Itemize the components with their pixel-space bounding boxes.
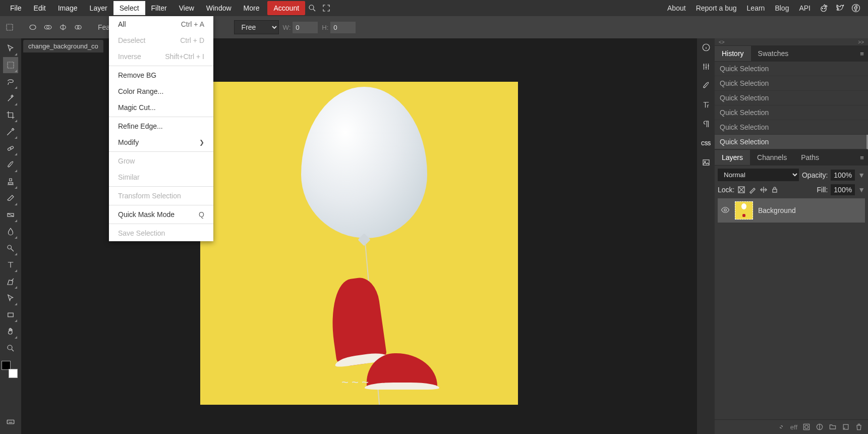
document-tab[interactable]: change_background_co — [23, 40, 103, 52]
menu-layer[interactable]: Layer — [84, 1, 113, 15]
keyboard-icon[interactable] — [3, 414, 18, 430]
history-item[interactable]: Quick Selection — [715, 135, 868, 149]
type-tool-icon[interactable] — [3, 257, 18, 273]
sel-intersect-icon[interactable] — [73, 22, 84, 33]
layer-effects-label[interactable]: eff — [790, 423, 797, 431]
dodge-tool-icon[interactable] — [3, 240, 18, 256]
panel-collapse-left-icon[interactable]: <> — [719, 39, 725, 45]
menu-item-color-range-[interactable]: Color Range... — [109, 83, 213, 99]
link-layers-icon[interactable] — [777, 423, 785, 431]
lock-all-icon[interactable] — [771, 186, 779, 194]
history-item[interactable]: Quick Selection — [715, 105, 868, 120]
blur-tool-icon[interactable] — [3, 224, 18, 240]
brush-panel-icon[interactable] — [700, 80, 712, 92]
tab-paths[interactable]: Paths — [794, 150, 826, 165]
color-swatch[interactable] — [2, 361, 20, 379]
layer-item[interactable]: Background — [718, 198, 865, 223]
delete-layer-icon[interactable] — [855, 423, 863, 431]
info-panel-icon[interactable] — [700, 41, 712, 53]
gradient-tool-icon[interactable] — [3, 207, 18, 223]
reddit-icon[interactable] — [818, 2, 830, 14]
search-icon[interactable] — [305, 1, 319, 15]
tab-layers[interactable]: Layers — [715, 150, 750, 165]
marquee-rect-icon[interactable] — [4, 22, 15, 33]
character-panel-icon[interactable] — [700, 99, 712, 111]
panel-collapse-right-icon[interactable]: >> — [858, 39, 864, 45]
h-input[interactable] — [330, 22, 356, 33]
css-panel-icon[interactable]: CSS — [700, 137, 712, 149]
marquee-tool-icon[interactable] — [3, 57, 18, 73]
fill-value[interactable]: 100% — [831, 184, 855, 195]
history-list: Quick SelectionQuick SelectionQuick Sele… — [715, 62, 868, 149]
tab-swatches[interactable]: Swatches — [751, 46, 796, 61]
tab-channels[interactable]: Channels — [750, 150, 794, 165]
lasso-tool-icon[interactable] — [3, 74, 18, 90]
blend-mode-select[interactable]: Normal — [718, 169, 799, 181]
history-item[interactable]: Quick Selection — [715, 120, 868, 135]
history-item[interactable]: Quick Selection — [715, 76, 868, 91]
menu-account[interactable]: Account — [267, 1, 305, 15]
sel-subtract-icon[interactable] — [57, 22, 69, 33]
lock-move-icon[interactable] — [760, 186, 768, 194]
move-tool-icon[interactable] — [3, 40, 18, 57]
layer-visibility-icon[interactable] — [721, 205, 730, 216]
opacity-value[interactable]: 100% — [831, 170, 855, 181]
wand-tool-icon[interactable] — [3, 90, 18, 106]
layers-panel-menu-icon[interactable]: ≡ — [856, 154, 868, 161]
zoom-tool-icon[interactable] — [3, 340, 18, 356]
menu-item-all[interactable]: AllCtrl + A — [109, 16, 213, 32]
ratio-select[interactable]: Free — [234, 20, 279, 34]
menu-edit[interactable]: Edit — [28, 1, 52, 15]
new-layer-icon[interactable] — [842, 423, 850, 431]
history-item[interactable]: Quick Selection — [715, 91, 868, 105]
menu-item-grow: Grow — [109, 153, 213, 169]
shape-tool-icon[interactable] — [3, 307, 18, 323]
lock-brush-icon[interactable] — [748, 186, 757, 194]
sel-new-icon[interactable] — [27, 22, 38, 33]
heal-tool-icon[interactable] — [3, 140, 18, 156]
stamp-tool-icon[interactable] — [3, 174, 18, 190]
menu-select[interactable]: Select — [113, 1, 145, 15]
link-blog[interactable]: Blog — [770, 1, 794, 15]
menu-item-refine-edge-[interactable]: Refine Edge... — [109, 118, 213, 134]
image-panel-icon[interactable] — [700, 156, 712, 169]
menu-window[interactable]: Window — [200, 1, 238, 15]
tab-history[interactable]: History — [715, 46, 751, 61]
crop-tool-icon[interactable] — [3, 107, 18, 123]
history-item[interactable]: Quick Selection — [715, 62, 868, 76]
menu-item-remove-bg[interactable]: Remove BG — [109, 67, 213, 83]
new-group-icon[interactable] — [829, 423, 837, 431]
adjustment-layer-icon[interactable] — [816, 423, 824, 431]
sel-add-icon[interactable] — [42, 22, 53, 33]
link-about[interactable]: About — [662, 1, 691, 15]
hand-tool-icon[interactable] — [3, 323, 18, 340]
paragraph-panel-icon[interactable] — [700, 118, 712, 130]
menu-more[interactable]: More — [238, 1, 266, 15]
facebook-icon[interactable] — [850, 2, 862, 14]
layer-mask-icon[interactable] — [802, 423, 811, 431]
menu-filter[interactable]: Filter — [145, 1, 173, 15]
menu-item-quick-mask-mode[interactable]: Quick Mask ModeQ — [109, 206, 213, 223]
fill-chevron-icon[interactable]: ▼ — [858, 186, 865, 194]
menu-image[interactable]: Image — [52, 1, 84, 15]
menu-view[interactable]: View — [173, 1, 200, 15]
path-select-tool-icon[interactable] — [3, 290, 18, 306]
fullscreen-icon[interactable] — [319, 1, 333, 15]
menu-item-magic-cut-[interactable]: Magic Cut... — [109, 99, 213, 116]
history-panel-menu-icon[interactable]: ≡ — [856, 50, 868, 58]
adjust-panel-icon[interactable] — [700, 61, 712, 73]
link-report-bug[interactable]: Report a bug — [691, 1, 742, 15]
menu-file[interactable]: File — [4, 1, 28, 15]
pen-tool-icon[interactable] — [3, 274, 18, 290]
menu-item-modify[interactable]: Modify❯ — [109, 134, 213, 150]
lock-transparent-icon[interactable] — [737, 186, 745, 194]
link-api[interactable]: API — [794, 1, 816, 15]
eraser-tool-icon[interactable] — [3, 190, 18, 206]
link-learn[interactable]: Learn — [742, 1, 770, 15]
twitter-icon[interactable] — [834, 2, 846, 14]
brush-tool-icon[interactable] — [3, 157, 18, 173]
opacity-chevron-icon[interactable]: ▼ — [858, 171, 865, 179]
w-input[interactable] — [293, 22, 318, 33]
eyedropper-tool-icon[interactable] — [3, 124, 18, 140]
canvas[interactable]: ~~~ — [200, 82, 518, 405]
